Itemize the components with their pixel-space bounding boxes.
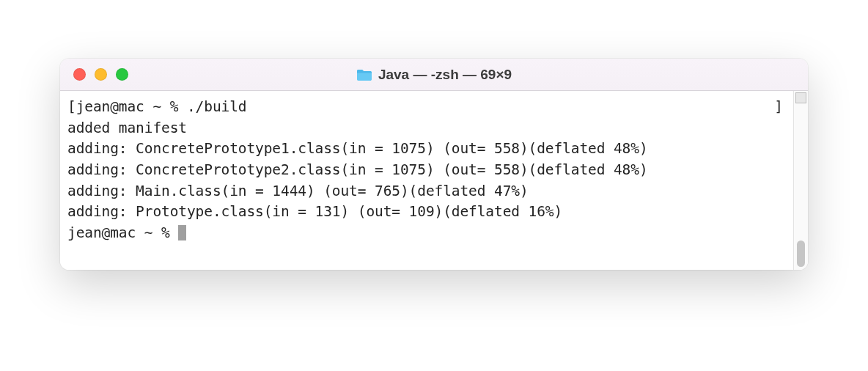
traffic-lights: [73, 68, 128, 81]
scroll-indicator-icon: [795, 92, 806, 103]
scroll-thumb[interactable]: [797, 240, 805, 267]
content-area: [jean@mac ~ % ./build]added manifestaddi…: [60, 91, 808, 270]
folder-icon: [356, 68, 372, 81]
terminal-window: Java — -zsh — 69×9 [jean@mac ~ % ./build…: [60, 59, 808, 270]
terminal-line-3: adding: ConcretePrototype2.class(in = 10…: [67, 160, 786, 181]
close-button[interactable]: [73, 68, 86, 81]
scrollbar[interactable]: [793, 91, 808, 270]
titlebar[interactable]: Java — -zsh — 69×9: [60, 59, 808, 91]
minimize-button[interactable]: [95, 68, 107, 81]
terminal-line-2: adding: ConcretePrototype1.class(in = 10…: [67, 139, 786, 160]
terminal-line-0: jean@mac ~ % ./build: [76, 98, 247, 115]
terminal-body[interactable]: [jean@mac ~ % ./build]added manifestaddi…: [60, 91, 793, 270]
window-title-area: Java — -zsh — 69×9: [60, 67, 808, 83]
terminal-prompt: jean@mac ~ %: [67, 224, 178, 241]
prompt-open-bracket: [: [67, 98, 76, 115]
cursor: [178, 225, 186, 240]
terminal-line-4: adding: Main.class(in = 1444) (out= 765)…: [67, 181, 786, 202]
maximize-button[interactable]: [116, 68, 128, 81]
prompt-close-bracket: ]: [774, 97, 786, 118]
terminal-line-5: adding: Prototype.class(in = 131) (out= …: [67, 202, 786, 223]
window-title: Java — -zsh — 69×9: [378, 67, 512, 83]
terminal-line-1: added manifest: [67, 118, 786, 139]
